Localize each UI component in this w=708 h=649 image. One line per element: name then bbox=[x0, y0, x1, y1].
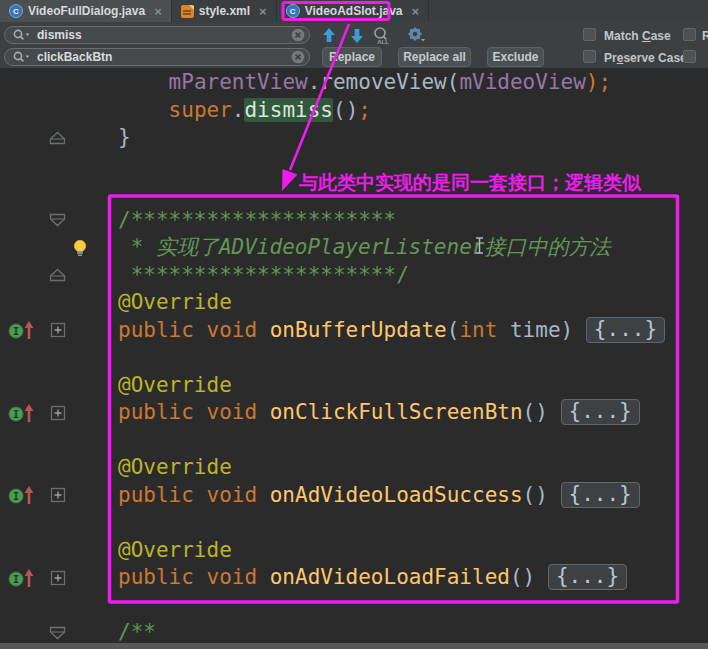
tab-videofulldialog[interactable]: C VideoFullDialog.java × bbox=[0, 0, 172, 22]
expand-fold-icon[interactable] bbox=[50, 322, 66, 342]
code-line: @Override bbox=[118, 537, 232, 565]
lightbulb-icon[interactable] bbox=[72, 239, 88, 262]
code-segment: () bbox=[333, 98, 358, 122]
find-replace-bar: ALL Match Case R Replace Replace all Exc… bbox=[0, 22, 708, 68]
code-segment: public void bbox=[118, 318, 270, 342]
xml-file-icon bbox=[181, 5, 194, 18]
search-icon[interactable] bbox=[13, 29, 31, 41]
search-input[interactable] bbox=[35, 27, 287, 43]
code-line: @Override bbox=[118, 454, 232, 482]
tab-videoadslot[interactable]: C VideoAdSlot.java × bbox=[277, 0, 429, 22]
code-segment: onClickFullScreenBtn bbox=[270, 400, 523, 424]
replace-input[interactable] bbox=[35, 49, 287, 65]
java-class-icon: C bbox=[286, 4, 300, 18]
tab-stylexml[interactable]: style.xml × bbox=[172, 0, 277, 22]
clipped-checkbox[interactable] bbox=[683, 50, 696, 63]
fold-marker-icon[interactable] bbox=[49, 213, 66, 231]
java-class-icon: C bbox=[9, 4, 23, 18]
text-cursor bbox=[474, 236, 485, 260]
folded-region[interactable]: {...} bbox=[561, 482, 640, 508]
search-icon[interactable] bbox=[13, 51, 31, 63]
code-segment: ; bbox=[358, 98, 371, 122]
expand-fold-icon[interactable] bbox=[50, 487, 66, 507]
code-segment: /** bbox=[118, 620, 156, 644]
code-line: @Override bbox=[118, 372, 232, 400]
override-gutter-icon[interactable]: I bbox=[6, 401, 36, 429]
fold-marker-icon[interactable] bbox=[49, 131, 66, 149]
preserve-case-label: Preserve Case bbox=[604, 51, 687, 65]
search-field[interactable] bbox=[4, 26, 310, 44]
code-segment: /********************* bbox=[118, 208, 396, 232]
code-segment: () bbox=[510, 565, 548, 589]
code-segment: @Override bbox=[118, 538, 232, 562]
tab-label: style.xml bbox=[199, 4, 250, 18]
code-segment: onAdVideoLoadFailed bbox=[270, 565, 510, 589]
code-segment: time bbox=[497, 318, 560, 342]
exclude-button[interactable]: Exclude bbox=[487, 47, 544, 67]
code-line: public void onClickFullScreenBtn() {...} bbox=[118, 399, 640, 427]
next-occurrence-button[interactable] bbox=[349, 27, 365, 43]
preserve-case-checkbox[interactable] bbox=[583, 50, 596, 63]
code-line: super.dismiss(); bbox=[118, 97, 371, 125]
expand-fold-icon[interactable] bbox=[50, 570, 66, 590]
search-highlight: dismiss bbox=[244, 98, 333, 122]
close-icon[interactable]: × bbox=[412, 5, 420, 18]
code-segment: ); bbox=[586, 70, 611, 94]
regex-label: R bbox=[702, 29, 708, 43]
code-segment: public void bbox=[118, 565, 270, 589]
code-segment: ( bbox=[447, 318, 460, 342]
code-line: /********************* bbox=[118, 207, 396, 235]
editor-tab-bar: C VideoFullDialog.java × style.xml × C V… bbox=[0, 0, 708, 23]
fold-marker-icon[interactable] bbox=[49, 268, 66, 286]
code-segment: *********************/ bbox=[118, 263, 409, 287]
replace-button[interactable]: Replace bbox=[322, 47, 382, 67]
code-segment: @Override bbox=[118, 290, 232, 314]
clear-replace-icon[interactable] bbox=[291, 50, 305, 64]
override-gutter-icon[interactable]: I bbox=[6, 483, 36, 511]
code-segment: int bbox=[459, 318, 497, 342]
override-gutter-icon[interactable]: I bbox=[6, 318, 36, 346]
code-segment: .removeView( bbox=[308, 70, 460, 94]
code-segment: mParentView bbox=[169, 70, 308, 94]
code-line: @Override bbox=[118, 289, 232, 317]
override-gutter-icon[interactable]: I bbox=[6, 566, 36, 594]
expand-fold-icon[interactable] bbox=[50, 405, 66, 425]
code-segment: public void bbox=[118, 483, 270, 507]
folded-region[interactable]: {...} bbox=[586, 317, 665, 343]
close-icon[interactable]: × bbox=[154, 5, 162, 18]
editor[interactable]: mParentView.removeView(mVideoView);super… bbox=[0, 68, 708, 643]
code-segment: onBufferUpdate bbox=[270, 318, 447, 342]
ide-window: C VideoFullDialog.java × style.xml × C V… bbox=[0, 0, 708, 649]
svg-text:I: I bbox=[13, 409, 19, 420]
match-case-checkbox[interactable] bbox=[583, 28, 596, 41]
code-line: mParentView.removeView(mVideoView); bbox=[118, 69, 611, 97]
code-segment: super bbox=[169, 98, 232, 122]
svg-text:I: I bbox=[13, 491, 19, 502]
fold-marker-icon[interactable] bbox=[49, 626, 66, 644]
code-segment: onAdVideoLoadSuccess bbox=[270, 483, 523, 507]
code-segment: public void bbox=[118, 400, 270, 424]
code-segment: () bbox=[523, 400, 561, 424]
svg-text:I: I bbox=[13, 326, 19, 337]
clear-search-icon[interactable] bbox=[291, 28, 305, 42]
code-line: public void onBufferUpdate(int time) {..… bbox=[118, 317, 665, 345]
code-segment: ) bbox=[561, 318, 586, 342]
code-segment: . bbox=[232, 98, 245, 122]
close-icon[interactable]: × bbox=[259, 5, 267, 18]
settings-gear-icon[interactable] bbox=[406, 26, 426, 44]
replace-field[interactable] bbox=[4, 48, 310, 66]
previous-occurrence-button[interactable] bbox=[321, 27, 337, 43]
tab-label: VideoFullDialog.java bbox=[28, 4, 145, 18]
regex-checkbox[interactable] bbox=[683, 28, 696, 41]
bottom-strip bbox=[0, 643, 708, 649]
replace-all-button[interactable]: Replace all bbox=[398, 47, 471, 67]
svg-text:ALL: ALL bbox=[377, 39, 389, 45]
code-line: public void onAdVideoLoadSuccess() {...} bbox=[118, 482, 640, 510]
code-segment: * bbox=[118, 235, 156, 259]
code-segment: 实现了ADVideoPlayerListener接口中的方法 bbox=[156, 235, 611, 259]
tab-label: VideoAdSlot.java bbox=[305, 4, 403, 18]
code-segment: @Override bbox=[118, 455, 232, 479]
folded-region[interactable]: {...} bbox=[561, 399, 640, 425]
folded-region[interactable]: {...} bbox=[548, 564, 627, 590]
find-all-icon[interactable]: ALL bbox=[371, 26, 392, 45]
